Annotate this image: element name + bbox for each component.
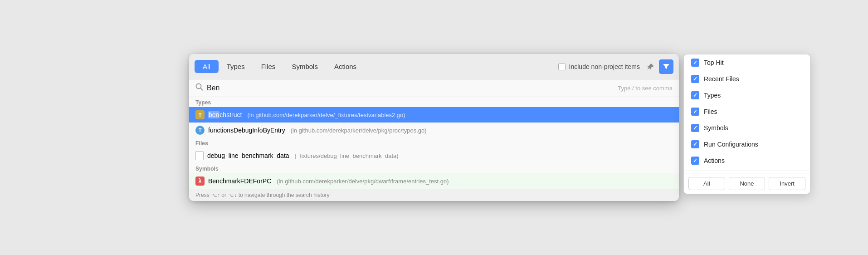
search-row: Type / to see comma xyxy=(189,79,679,97)
section-files: Files xyxy=(189,138,679,148)
search-hint: Type / to see comma xyxy=(618,85,673,92)
section-types: Types xyxy=(189,97,679,107)
main-container: All Types Files Symbols Actions Include … xyxy=(189,54,679,201)
checkbox-symbols[interactable]: ✓ xyxy=(691,124,699,132)
checkbox-types[interactable]: ✓ xyxy=(691,91,699,99)
magnify-icon xyxy=(195,83,203,91)
include-row: Include non-project items xyxy=(558,63,640,70)
file-badge xyxy=(195,151,204,160)
dropdown-divider xyxy=(684,171,810,171)
checkbox-actions[interactable]: ✓ xyxy=(691,157,699,165)
item-name-debug: debug_line_benchmark_data xyxy=(207,152,289,159)
dropdown-item-actions[interactable]: ✓ Actions xyxy=(684,152,810,169)
filter-button[interactable] xyxy=(659,59,673,74)
item-name-benchmark: BenchmarkFDEForPC xyxy=(208,177,271,185)
filter-dropdown: ✓ Top Hit ✓ Recent Files ✓ Types ✓ Files… xyxy=(683,54,810,194)
search-panel: All Types Files Symbols Actions Include … xyxy=(189,54,679,201)
search-input[interactable] xyxy=(207,84,297,92)
dropdown-label-types: Types xyxy=(704,92,721,99)
tab-symbols[interactable]: Symbols xyxy=(283,60,326,73)
search-input-wrapper: Type / to see comma xyxy=(207,84,673,92)
svg-line-1 xyxy=(200,88,203,90)
dropdown-item-types[interactable]: ✓ Types xyxy=(684,87,810,103)
item-name-functions: functionsDebugInfoByEntry xyxy=(208,127,285,134)
tab-files[interactable]: Files xyxy=(253,60,284,73)
dropdown-actions: All None Invert xyxy=(684,173,810,194)
table-row[interactable]: debug_line_benchmark_data (_fixtures/deb… xyxy=(189,148,679,163)
dropdown-label-actions: Actions xyxy=(704,157,725,164)
dropdown-label-recentfiles: Recent Files xyxy=(704,75,739,83)
dropdown-label-runconfigs: Run Configurations xyxy=(704,141,758,148)
tab-actions[interactable]: Actions xyxy=(326,60,365,73)
dropdown-item-symbols[interactable]: ✓ Symbols xyxy=(684,120,810,136)
type-badge-yellow: T xyxy=(195,110,205,119)
item-path: (in github.com/derekparker/delve/pkg/pro… xyxy=(291,127,427,134)
dropdown-item-files[interactable]: ✓ Files xyxy=(684,103,810,120)
pin-icon xyxy=(647,63,654,70)
lambda-badge: λ xyxy=(195,177,205,186)
invert-button[interactable]: Invert xyxy=(769,177,805,190)
dropdown-item-tophit[interactable]: ✓ Top Hit xyxy=(684,54,810,71)
checkbox-recentfiles[interactable]: ✓ xyxy=(691,75,699,83)
tab-all[interactable]: All xyxy=(195,60,219,73)
tab-types[interactable]: Types xyxy=(219,60,253,73)
checkbox-runconfigs[interactable]: ✓ xyxy=(691,140,699,148)
dropdown-item-runconfigs[interactable]: ✓ Run Configurations xyxy=(684,136,810,152)
section-symbols: Symbols xyxy=(189,163,679,173)
results-area: Types T benchstruct (in github.com/derek… xyxy=(189,97,679,189)
dropdown-label-files: Files xyxy=(704,108,717,115)
highlight-text: ben xyxy=(208,111,219,118)
dropdown-label-symbols: Symbols xyxy=(704,124,728,132)
table-row[interactable]: T functionsDebugInfoByEntry (in github.c… xyxy=(189,123,679,138)
type-badge-blue: T xyxy=(195,126,205,135)
checkbox-files[interactable]: ✓ xyxy=(691,108,699,116)
include-checkbox[interactable] xyxy=(558,63,566,70)
table-row[interactable]: T benchstruct (in github.com/derekparker… xyxy=(189,107,679,123)
filter-icon xyxy=(663,63,670,70)
dropdown-item-recentfiles[interactable]: ✓ Recent Files xyxy=(684,71,810,87)
status-bar: Press ⌥↑ or ⌥↓ to navigate through the s… xyxy=(189,189,679,201)
checkbox-tophit[interactable]: ✓ xyxy=(691,59,699,67)
pin-button[interactable] xyxy=(644,60,657,73)
tabs-row: All Types Files Symbols Actions Include … xyxy=(189,54,679,79)
item-path: (in github.com/derekparker/delve/_fixtur… xyxy=(247,112,405,118)
none-button[interactable]: None xyxy=(729,177,766,190)
search-icon xyxy=(195,83,203,93)
all-button[interactable]: All xyxy=(688,177,725,190)
item-name-benchstruct: benchstruct xyxy=(208,111,242,118)
item-path: (_fixtures/debug_line_benchmark_data) xyxy=(295,152,399,159)
dropdown-label-tophit: Top Hit xyxy=(704,59,724,66)
include-label: Include non-project items xyxy=(569,63,640,70)
table-row[interactable]: λ BenchmarkFDEForPC (in github.com/derek… xyxy=(189,173,679,189)
item-path: (in github.com/derekparker/delve/pkg/dwa… xyxy=(277,178,449,185)
